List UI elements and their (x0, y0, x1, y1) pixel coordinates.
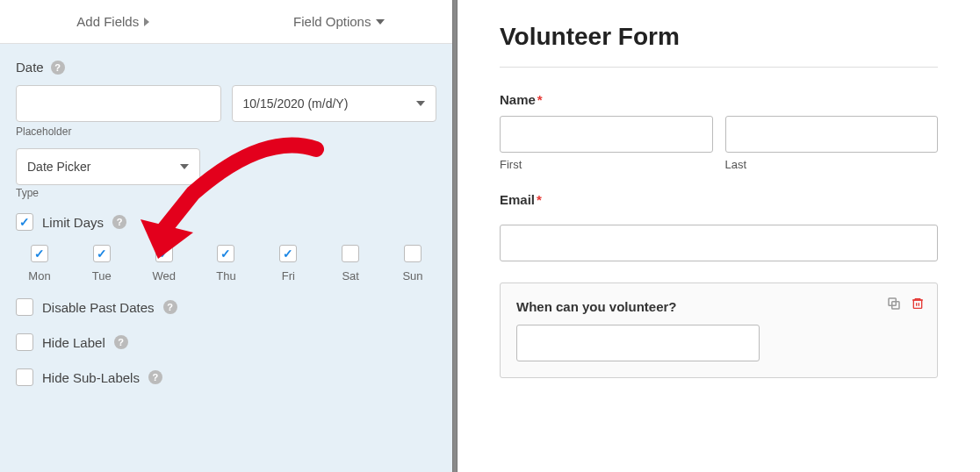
day-sat-label: Sat (342, 269, 359, 282)
email-field-label: Email* (500, 192, 938, 207)
volunteer-date-input[interactable] (516, 325, 760, 361)
day-tue-checkbox[interactable] (93, 245, 111, 262)
type-sublabel: Type (16, 187, 436, 199)
chevron-down-icon (180, 164, 189, 169)
day-wed-checkbox[interactable] (155, 245, 173, 262)
last-name-input[interactable] (725, 116, 939, 153)
email-input[interactable] (500, 225, 938, 261)
trash-icon[interactable] (911, 296, 925, 311)
first-name-sublabel: First (500, 158, 713, 171)
chevron-down-icon (416, 101, 425, 106)
help-icon[interactable]: ? (51, 61, 65, 75)
form-divider (500, 67, 938, 68)
day-wed-label: Wed (152, 269, 176, 282)
help-icon[interactable]: ? (114, 335, 128, 349)
day-tue-label: Tue (92, 269, 112, 282)
day-sun-checkbox[interactable] (404, 245, 422, 262)
hide-label-checkbox[interactable] (16, 333, 33, 351)
tab-field-options[interactable]: Field Options (227, 0, 453, 43)
form-title: Volunteer Form (500, 23, 938, 51)
limit-days-checkbox[interactable] (16, 213, 33, 231)
day-fri-label: Fri (282, 269, 295, 282)
hide-label-label: Hide Label (42, 335, 105, 350)
chevron-right-icon (144, 18, 149, 26)
volunteer-field-label: When can you volunteer? (516, 299, 921, 314)
tab-add-fields[interactable]: Add Fields (0, 0, 227, 43)
volunteer-field-card[interactable]: When can you volunteer? (500, 282, 938, 378)
placeholder-sublabel: Placeholder (16, 125, 436, 138)
last-name-sublabel: Last (725, 158, 939, 171)
tab-add-fields-label: Add Fields (76, 14, 139, 29)
hide-sublabels-label: Hide Sub-Labels (42, 370, 140, 385)
date-section-label: Date (16, 60, 44, 75)
form-preview-panel: Volunteer Form Name* First Last Email* (458, 0, 980, 472)
day-sat-checkbox[interactable] (342, 245, 359, 262)
name-field-label: Name* (500, 92, 938, 107)
day-mon-checkbox[interactable] (31, 245, 48, 262)
help-icon[interactable]: ? (148, 370, 162, 384)
hide-sublabels-checkbox[interactable] (16, 368, 33, 386)
date-type-select[interactable]: Date Picker (16, 148, 200, 185)
day-fri-checkbox[interactable] (279, 245, 297, 262)
date-placeholder-input[interactable] (16, 85, 221, 122)
first-name-input[interactable] (500, 116, 713, 153)
day-mon-label: Mon (28, 269, 50, 282)
date-format-select[interactable]: 10/15/2020 (m/d/Y) (232, 85, 437, 122)
disable-past-dates-checkbox[interactable] (16, 298, 33, 316)
chevron-down-icon (376, 19, 385, 25)
limit-days-label: Limit Days (42, 215, 104, 230)
day-thu-checkbox[interactable] (217, 245, 234, 262)
panel-tabs: Add Fields Field Options (0, 0, 452, 44)
date-type-value: Date Picker (27, 160, 90, 174)
disable-past-dates-label: Disable Past Dates (42, 300, 155, 315)
svg-rect-2 (913, 300, 921, 308)
day-sun-label: Sun (402, 269, 422, 282)
days-row: Mon Tue Wed Thu Fri Sat Sun (16, 245, 436, 282)
duplicate-icon[interactable] (886, 296, 902, 311)
date-format-value: 10/15/2020 (m/d/Y) (243, 97, 349, 111)
help-icon[interactable]: ? (163, 300, 177, 314)
help-icon[interactable]: ? (112, 215, 126, 229)
tab-field-options-label: Field Options (293, 14, 371, 29)
field-options-panel: Add Fields Field Options Date ? 10/15/20… (0, 0, 452, 472)
day-thu-label: Thu (216, 269, 235, 282)
